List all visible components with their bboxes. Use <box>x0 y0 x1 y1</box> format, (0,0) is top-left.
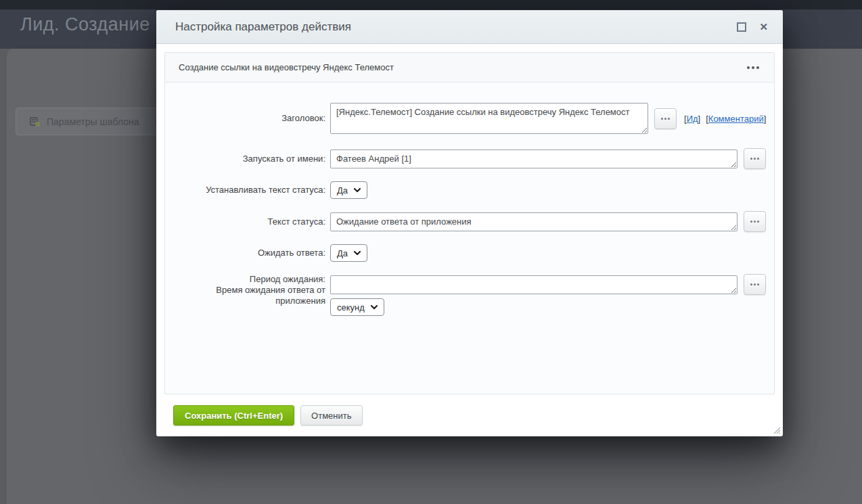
title-ellipsis-button[interactable] <box>654 108 677 129</box>
tab-template-params: Параметры шаблона <box>47 116 139 127</box>
chevron-down-icon <box>354 251 361 255</box>
run-as-ellipsis-button[interactable] <box>744 148 766 169</box>
dialog-title: Настройка параметров действия <box>175 20 351 34</box>
wait-response-select[interactable]: Да <box>330 244 367 262</box>
run-as-label: Запускать от имени: <box>165 154 325 164</box>
status-text-ellipsis-button[interactable] <box>744 211 766 232</box>
section-menu-button[interactable] <box>746 62 761 73</box>
comment-link[interactable]: Комментарий <box>708 114 764 124</box>
activity-title: Создание ссылки на видеовстречу Яндекс Т… <box>179 62 394 72</box>
ellipsis-icon <box>750 158 752 160</box>
form-row-set-status: Устанавливать текст статуса: Да <box>165 181 774 199</box>
id-link[interactable]: Ид <box>687 114 698 124</box>
wait-period-label: Период ожидания: Время ожидания ответа о… <box>165 274 325 306</box>
dialog-body: Создание ссылки на видеовстречу Яндекс Т… <box>156 44 783 436</box>
resize-grip-icon[interactable] <box>773 426 781 434</box>
form-row-status-text: Текст статуса: Ожидание ответа от прилож… <box>165 211 774 232</box>
set-status-label: Устанавливать текст статуса: <box>165 185 325 196</box>
more-horizontal-icon <box>747 66 750 69</box>
wait-period-ellipsis-button[interactable] <box>744 274 766 295</box>
chevron-down-icon <box>371 305 378 309</box>
activity-section: Создание ссылки на видеовстречу Яндекс Т… <box>164 52 775 394</box>
ellipsis-icon <box>661 118 663 120</box>
maximize-icon[interactable] <box>737 22 746 32</box>
dialog-footer: Сохранить (Ctrl+Enter) Отменить <box>164 394 775 436</box>
window-controls: ✕ <box>737 22 768 32</box>
wait-period-unit-select[interactable]: секунд <box>330 298 384 316</box>
form-row-wait-period: Период ожидания: Время ожидания ответа о… <box>165 274 774 316</box>
action-settings-dialog: Настройка параметров действия ✕ Создание… <box>156 10 783 436</box>
title-label: Заголовок: <box>165 113 325 124</box>
template-params-icon <box>30 116 41 127</box>
chevron-down-icon <box>354 188 361 192</box>
browser-top-strip <box>0 0 862 9</box>
form-row-run-as: Запускать от имени: Фатеев Андрей [1] <box>165 148 774 169</box>
save-button[interactable]: Сохранить (Ctrl+Enter) <box>173 405 294 426</box>
ellipsis-icon <box>750 221 752 223</box>
cancel-button[interactable]: Отменить <box>300 405 362 426</box>
wait-response-label: Ожидать ответа: <box>165 248 325 258</box>
form-row-wait-response: Ожидать ответа: Да <box>165 244 774 262</box>
wait-period-input[interactable] <box>330 275 738 294</box>
title-links: [Ид][Комментарий] <box>684 114 766 124</box>
activity-form: Заголовок: [Яндекс.Телемост] Создание сс… <box>165 83 774 394</box>
set-status-select[interactable]: Да <box>330 181 367 199</box>
run-as-input[interactable]: Фатеев Андрей [1] <box>330 150 738 168</box>
dialog-header: Настройка параметров действия ✕ <box>156 10 783 44</box>
form-row-title: Заголовок: [Яндекс.Телемост] Создание сс… <box>165 103 774 134</box>
status-text-input[interactable]: Ожидание ответа от приложения <box>330 212 738 231</box>
title-textarea[interactable]: [Яндекс.Телемост] Создание ссылки на вид… <box>330 103 648 134</box>
close-icon[interactable]: ✕ <box>759 22 768 32</box>
status-text-label: Текст статуса: <box>165 216 325 227</box>
activity-section-header: Создание ссылки на видеовстречу Яндекс Т… <box>165 53 774 83</box>
ellipsis-icon <box>750 283 752 285</box>
